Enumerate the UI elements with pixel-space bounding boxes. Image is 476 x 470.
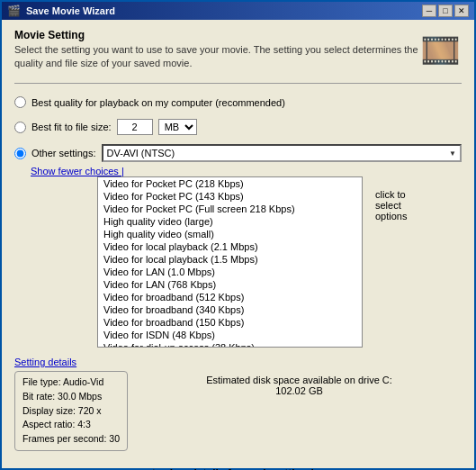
show-fewer-link[interactable]: Show fewer choices | (31, 166, 124, 176)
dropdown-item-1[interactable]: Video for Pocket PC (143 Kbps) (98, 190, 362, 203)
file-size-input[interactable] (117, 119, 153, 135)
minimize-button[interactable]: ─ (422, 5, 436, 17)
display-size-text: Display size: 720 x (22, 404, 120, 419)
dropdown-item-3[interactable]: High quality video (large) (98, 215, 362, 228)
dropdown-item-6[interactable]: Video for local playback (1.5 Mbps) (98, 253, 362, 266)
dropdown-item-8[interactable]: Video for LAN (768 Kbps) (98, 278, 362, 291)
section-description: Select the setting you want to use to sa… (14, 43, 418, 71)
dropdown-item-9[interactable]: Video for broadband (512 Kbps) (98, 291, 362, 303)
header-row: Movie Setting Select the setting you wan… (14, 29, 462, 72)
disk-space-section: Estimated disk space available on drive … (137, 357, 462, 396)
divider-1 (14, 83, 462, 84)
disk-space-value: 102.02 GB (275, 385, 323, 396)
details-arrow-icon: ➡ (142, 462, 158, 470)
other-settings-dropdown-container: DV-AVI (NTSC) ▼ (102, 144, 462, 162)
window-title: Save Movie Wizard (26, 5, 115, 16)
dropdown-item-5[interactable]: Video for local playback (2.1 Mbps) (98, 240, 362, 253)
view-details-annotation: ➡ view details for each setting here (14, 462, 462, 470)
show-fewer-row: Show fewer choices | (31, 164, 462, 176)
disk-space-label: Estimated disk space available on drive … (206, 375, 392, 385)
aspect-ratio-text: Aspect ratio: 4:3 (22, 418, 120, 432)
details-left: Setting details File type: Audio-Vid Bit… (14, 357, 128, 451)
dropdown-item-12[interactable]: Video for ISDN (48 Kbps) (98, 329, 362, 341)
callout-text: click toselectoptions (375, 189, 407, 221)
other-settings-radio[interactable] (14, 148, 26, 159)
setting-details-link[interactable]: Setting details (14, 357, 76, 367)
section-title: Movie Setting (14, 29, 418, 41)
best-quality-radio[interactable] (14, 96, 26, 108)
dropdown-item-10[interactable]: Video for broadband (340 Kbps) (98, 303, 362, 316)
wizard-icon: 🎬 (7, 5, 21, 17)
bit-rate-text: Bit rate: 30.0 Mbps (22, 390, 120, 404)
best-fit-row: Best fit to file size: MB (14, 119, 462, 135)
dropdown-selected[interactable]: DV-AVI (NTSC) ▼ (102, 144, 462, 162)
dropdown-arrow-icon: ▼ (449, 149, 456, 158)
save-movie-wizard-window: 🎬 Save Movie Wizard ─ □ ✕ Movie Setting … (0, 0, 476, 470)
title-bar-buttons: ─ □ ✕ (422, 5, 469, 17)
header-text: Movie Setting Select the setting you wan… (14, 29, 418, 71)
dropdown-item-2[interactable]: Video for Pocket PC (Full screen 218 Kbp… (98, 203, 362, 215)
other-settings-row: Other settings: DV-AVI (NTSC) ▼ (14, 144, 462, 162)
best-fit-label: Best fit to file size: (31, 122, 112, 132)
title-bar: 🎬 Save Movie Wizard ─ □ ✕ (2, 2, 474, 20)
dropdown-list: Video for Pocket PC (218 Kbps) Video for… (97, 176, 363, 348)
dropdown-list-wrapper: Video for Pocket PC (218 Kbps) Video for… (97, 176, 363, 348)
dropdown-selected-text: DV-AVI (NTSC) (107, 148, 175, 158)
click-to-select-callout: click toselectoptions (375, 189, 456, 221)
dropdown-item-0[interactable]: Video for Pocket PC (218 Kbps) (98, 177, 362, 190)
maximize-button[interactable]: □ (438, 5, 453, 17)
best-quality-row: Best quality for playback on my computer… (14, 96, 462, 108)
close-button[interactable]: ✕ (454, 5, 469, 17)
movie-icon: 🎞️ (418, 29, 462, 72)
details-section: Setting details File type: Audio-Vid Bit… (14, 357, 462, 451)
dropdown-item-13[interactable]: Video for dial-up access (38 Kbps) (98, 341, 362, 348)
details-box: File type: Audio-Vid Bit rate: 30.0 Mbps… (14, 371, 128, 451)
other-settings-label: Other settings: (31, 148, 96, 158)
dropdown-item-4[interactable]: High quality video (small) (98, 228, 362, 240)
wizard-content: Movie Setting Select the setting you wan… (2, 20, 474, 470)
title-bar-left: 🎬 Save Movie Wizard (7, 5, 115, 17)
dropdown-item-11[interactable]: Video for broadband (150 Kbps) (98, 316, 362, 329)
file-size-unit-select[interactable]: MB (158, 119, 197, 135)
other-settings-section: Other settings: DV-AVI (NTSC) ▼ Show few… (14, 144, 462, 348)
file-type-text: File type: Audio-Vid (22, 375, 120, 390)
best-quality-label: Best quality for playback on my computer… (31, 97, 285, 108)
frames-per-sec-text: Frames per second: 30 (22, 432, 120, 447)
dropdown-item-7[interactable]: Video for LAN (1.0 Mbps) (98, 266, 362, 278)
best-fit-radio[interactable] (14, 122, 26, 133)
